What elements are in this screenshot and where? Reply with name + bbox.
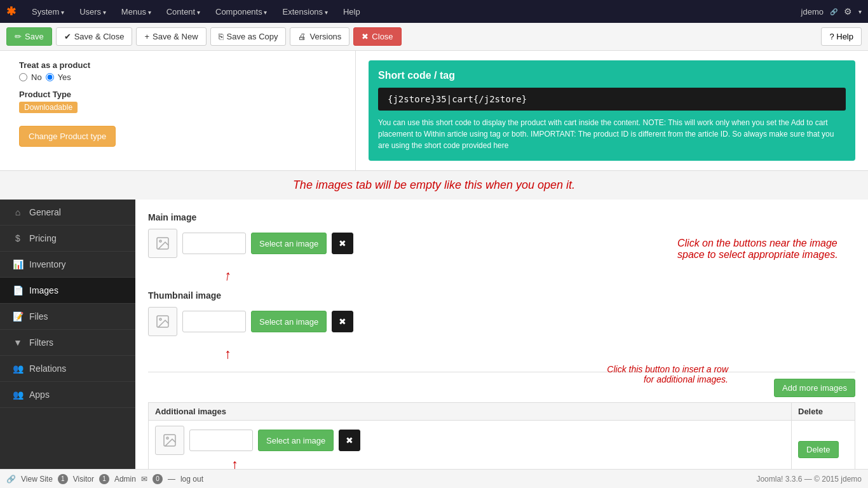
annotation-click-buttons: Click on the buttons near the image spac… (677, 238, 855, 261)
visitor-count-badge: 1 (58, 474, 68, 484)
save-close-button[interactable]: ✔ Save & Close (56, 27, 133, 46)
external-link-icon: 🔗 (830, 8, 837, 15)
main-image-select-button[interactable]: Select an image (251, 233, 327, 254)
nav-extensions[interactable]: Extensions (276, 4, 334, 19)
product-type-label: Product Type (19, 90, 342, 99)
sidebar-item-apps[interactable]: 👥 Apps (0, 382, 135, 408)
versions-icon: 🖨 (298, 32, 306, 41)
main-image-clear-button[interactable]: ✖ (332, 233, 353, 254)
nav-menus[interactable]: Menus (115, 4, 158, 19)
sidebar-item-inventory[interactable]: 📊 Inventory (0, 252, 135, 278)
shortcode-panel: Short code / tag {j2store}35|cart{/j2sto… (356, 51, 868, 170)
top-section: Treat as a product No Yes Product Type D… (0, 51, 868, 171)
additional-image-cell: Select an image ✖ ↑ (149, 421, 792, 470)
images-doc-icon: 📄 (13, 285, 23, 295)
treat-yes-label: Yes (58, 72, 71, 82)
nav-help[interactable]: Help (337, 4, 367, 19)
svg-point-1 (159, 240, 161, 242)
treat-yes-radio[interactable] (46, 73, 54, 81)
gear-dropdown-icon[interactable]: ▾ (858, 8, 862, 15)
additional-image-placeholder (155, 426, 184, 455)
shortcode-box: Short code / tag {j2store}35|cart{/j2sto… (369, 60, 855, 161)
nav-items: System Users Menus Content Components Ex… (25, 4, 801, 19)
annotation-top-text: The images tab will be empty like this w… (0, 171, 868, 200)
sidebar-nav: ⌂ General $ Pricing 📊 Inventory 📄 Images… (0, 200, 135, 469)
user-area: jdemo 🔗 ⚙ ▾ (801, 6, 862, 17)
main-image-text-input[interactable] (182, 233, 246, 254)
thumbnail-image-text-input[interactable] (182, 311, 246, 332)
delete-col-header: Delete (792, 403, 855, 421)
gear-icon[interactable]: ⚙ (844, 6, 852, 17)
sidebar-item-files[interactable]: 📝 Files (0, 304, 135, 330)
nav-content[interactable]: Content (160, 4, 207, 19)
logout-link[interactable]: log out (180, 475, 203, 484)
thumbnail-image-select-button[interactable]: Select an image (251, 311, 327, 332)
arrow-thumbnail-image: ↑ (224, 346, 231, 362)
sidebar-inventory-label: Inventory (29, 259, 66, 269)
shortcode-description: You can use this short code to display t… (378, 117, 846, 151)
admin-count-badge: 1 (99, 474, 109, 484)
nav-system[interactable]: System (25, 4, 71, 19)
annotation-click-add: Click this button to insert a row for ad… (601, 364, 728, 384)
arrow-additional-image: ↑ (231, 456, 238, 469)
add-more-images-button[interactable]: Add more images (774, 379, 855, 397)
additional-images-col-header: Additional images (149, 403, 792, 421)
shortcode-title: Short code / tag (378, 70, 846, 81)
save-icon: ✏ (15, 32, 22, 41)
username[interactable]: jdemo (801, 7, 824, 17)
sidebar-item-relations[interactable]: 👥 Relations (0, 356, 135, 382)
save-button[interactable]: ✏ Save (6, 27, 52, 46)
save-copy-button[interactable]: ⎘ Save as Copy (210, 27, 287, 46)
additional-images-header: Add more images (148, 379, 855, 397)
versions-button[interactable]: 🖨 Versions (290, 27, 349, 46)
product-settings-panel: Treat as a product No Yes Product Type D… (0, 51, 356, 170)
copy-icon: ⎘ (219, 32, 224, 41)
sidebar-filters-label: Filters (29, 337, 53, 348)
mail-count-badge: 0 (153, 474, 163, 484)
version-info: Joomla! 3.3.6 — © 2015 jdemo (756, 475, 862, 484)
change-product-type-button[interactable]: Change Product type (19, 126, 116, 147)
filter-icon: ▼ (13, 337, 23, 348)
additional-images-table: Additional images Delete (148, 402, 855, 469)
product-type-badge: Downloadable (19, 102, 78, 113)
sidebar-item-pricing[interactable]: $ Pricing (0, 226, 135, 252)
thumbnail-image-row: Select an image ✖ (148, 307, 855, 336)
section-divider (148, 372, 855, 372)
help-button[interactable]: ? Help (821, 27, 862, 46)
delete-cell: Delete (792, 421, 855, 470)
sidebar-general-label: General (29, 207, 61, 217)
logo-icon: ✱ (6, 4, 16, 18)
close-button[interactable]: ✖ Close (353, 27, 401, 46)
sidebar-item-filters[interactable]: ▼ Filters (0, 330, 135, 356)
treat-no-label: No (31, 72, 42, 82)
additional-image-clear-button[interactable]: ✖ (339, 430, 360, 451)
save-new-button[interactable]: + Save & New (136, 27, 206, 46)
nav-components[interactable]: Components (209, 4, 274, 19)
dash-separator: — (168, 475, 175, 484)
view-site-link[interactable]: View Site (21, 475, 53, 484)
external-link-icon-status: 🔗 (6, 475, 16, 484)
sidebar-apps-label: Apps (29, 390, 50, 400)
dollar-icon: $ (13, 233, 23, 243)
thumbnail-image-clear-button[interactable]: ✖ (332, 311, 353, 332)
shortcode-value[interactable]: {j2store}35|cart{/j2store} (378, 88, 846, 111)
main-image-title: Main image (148, 212, 855, 222)
sidebar-item-general[interactable]: ⌂ General (0, 200, 135, 226)
nav-users[interactable]: Users (73, 4, 112, 19)
sidebar-pricing-label: Pricing (29, 233, 57, 243)
additional-image-select-button[interactable]: Select an image (258, 430, 334, 451)
product-type-row: Product Type Downloadable (19, 90, 342, 113)
delete-row-button[interactable]: Delete (798, 441, 839, 458)
thumbnail-image-title: Thumbnail image (148, 290, 855, 301)
plus-icon: + (144, 32, 149, 41)
additional-image-text-input[interactable] (189, 430, 253, 451)
chart-icon: 📊 (13, 259, 23, 269)
top-navigation: ✱ System Users Menus Content Components … (0, 0, 868, 23)
arrow-main-image: ↑ (223, 267, 233, 285)
status-bar: 🔗 View Site 1 Visitor 1 Admin ✉ 0 — log … (0, 469, 868, 488)
question-icon: ? (829, 32, 834, 41)
main-layout: Treat as a product No Yes Product Type D… (0, 51, 868, 469)
sidebar-images-label: Images (29, 285, 58, 295)
sidebar-item-images[interactable]: 📄 Images (0, 278, 135, 304)
treat-no-radio[interactable] (19, 73, 27, 81)
